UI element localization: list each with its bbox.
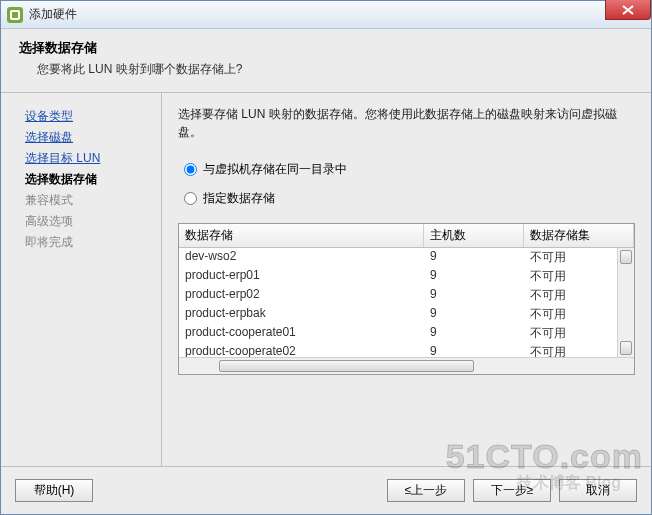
cell-name: dev-wso2	[179, 249, 424, 266]
radio-same-dir-label: 与虚拟机存储在同一目录中	[203, 161, 347, 178]
wizard-footer: 帮助(H) ≤上一步 下一步≥ 取消	[1, 466, 651, 514]
step-advanced: 高级选项	[25, 212, 153, 230]
cell-name: product-cooperate02	[179, 344, 424, 357]
radio-specify-label: 指定数据存储	[203, 190, 275, 207]
table-row[interactable]: dev-wso29不可用	[179, 248, 634, 267]
description-text: 选择要存储 LUN 映射的数据存储。您将使用此数据存储上的磁盘映射来访问虚拟磁盘…	[178, 105, 635, 141]
window-title: 添加硬件	[29, 6, 77, 23]
dialog-window: 添加硬件 选择数据存储 您要将此 LUN 映射到哪个数据存储上? 设备类型 选择…	[0, 0, 652, 515]
cell-hosts: 9	[424, 306, 524, 323]
step-device-type[interactable]: 设备类型	[25, 107, 153, 125]
cell-hosts: 9	[424, 325, 524, 342]
app-icon	[7, 7, 23, 23]
radio-same-dir-input[interactable]	[184, 163, 197, 176]
table-row[interactable]: product-cooperate029不可用	[179, 343, 634, 357]
step-compat-mode: 兼容模式	[25, 191, 153, 209]
scroll-thumb-v[interactable]	[620, 250, 632, 264]
table-row[interactable]: product-erpbak9不可用	[179, 305, 634, 324]
cell-name: product-erp01	[179, 268, 424, 285]
vertical-scrollbar[interactable]	[617, 248, 634, 357]
help-button[interactable]: 帮助(H)	[15, 479, 93, 502]
cell-hosts: 9	[424, 344, 524, 357]
radio-specify-input[interactable]	[184, 192, 197, 205]
table-body: dev-wso29不可用product-erp019不可用product-erp…	[179, 248, 634, 357]
window-controls	[605, 0, 651, 20]
table-row[interactable]: product-erp019不可用	[179, 267, 634, 286]
close-icon	[622, 5, 634, 15]
step-ready: 即将完成	[25, 233, 153, 251]
cancel-button[interactable]: 取消	[559, 479, 637, 502]
step-select-lun[interactable]: 选择目标 LUN	[25, 149, 153, 167]
page-subtitle: 您要将此 LUN 映射到哪个数据存储上?	[19, 61, 633, 78]
table-row[interactable]: product-erp029不可用	[179, 286, 634, 305]
table-header: 数据存储 主机数 数据存储集	[179, 224, 634, 248]
next-button[interactable]: 下一步≥	[473, 479, 551, 502]
scroll-down-icon[interactable]	[620, 341, 632, 355]
horizontal-scrollbar[interactable]	[179, 357, 634, 374]
cell-hosts: 9	[424, 249, 524, 266]
back-button[interactable]: ≤上一步	[387, 479, 465, 502]
main-panel: 选择要存储 LUN 映射的数据存储。您将使用此数据存储上的磁盘映射来访问虚拟磁盘…	[161, 93, 651, 466]
content-area: 选择数据存储 您要将此 LUN 映射到哪个数据存储上? 设备类型 选择磁盘 选择…	[1, 29, 651, 514]
cell-name: product-erpbak	[179, 306, 424, 323]
scroll-thumb-h[interactable]	[219, 360, 474, 372]
titlebar: 添加硬件	[1, 1, 651, 29]
col-cluster[interactable]: 数据存储集	[524, 224, 634, 247]
close-button[interactable]	[605, 0, 651, 20]
step-select-disk[interactable]: 选择磁盘	[25, 128, 153, 146]
page-title: 选择数据存储	[19, 39, 633, 57]
radio-specify[interactable]: 指定数据存储	[184, 190, 635, 207]
cell-hosts: 9	[424, 268, 524, 285]
wizard-body: 设备类型 选择磁盘 选择目标 LUN 选择数据存储 兼容模式 高级选项 即将完成…	[1, 93, 651, 466]
cell-name: product-erp02	[179, 287, 424, 304]
step-select-datastore: 选择数据存储	[25, 170, 153, 188]
wizard-header: 选择数据存储 您要将此 LUN 映射到哪个数据存储上?	[1, 29, 651, 93]
datastore-table: 数据存储 主机数 数据存储集 dev-wso29不可用product-erp01…	[178, 223, 635, 375]
col-hosts[interactable]: 主机数	[424, 224, 524, 247]
col-datastore[interactable]: 数据存储	[179, 224, 424, 247]
cell-name: product-cooperate01	[179, 325, 424, 342]
table-row[interactable]: product-cooperate019不可用	[179, 324, 634, 343]
radio-same-dir[interactable]: 与虚拟机存储在同一目录中	[184, 161, 635, 178]
wizard-steps: 设备类型 选择磁盘 选择目标 LUN 选择数据存储 兼容模式 高级选项 即将完成	[1, 93, 161, 466]
cell-hosts: 9	[424, 287, 524, 304]
